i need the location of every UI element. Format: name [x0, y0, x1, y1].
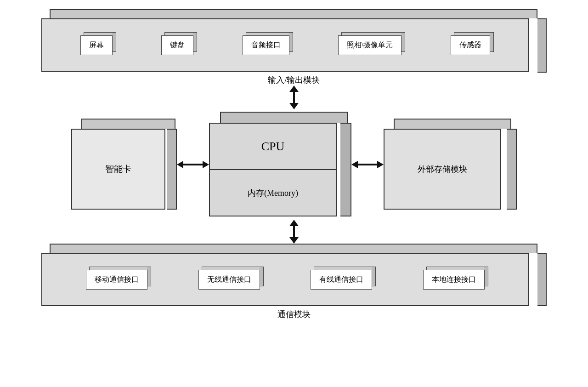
svg-marker-7 — [351, 161, 358, 168]
comm-top-face — [50, 244, 537, 253]
io-item-keyboard: 键盘 — [161, 35, 193, 55]
svg-marker-1 — [289, 85, 299, 92]
svg-marker-8 — [377, 161, 384, 168]
middle-row: 智能卡 CPU 内存(Memory) — [41, 109, 547, 220]
svg-marker-5 — [203, 161, 209, 168]
vertical-arrow2-svg — [283, 220, 305, 244]
cpu-side-face — [340, 123, 351, 216]
h-arrow-right-svg — [351, 156, 384, 173]
arrow-smart-cpu — [177, 156, 209, 173]
io-item-camera: 照相\摄像单元 — [338, 35, 401, 55]
svg-marker-11 — [289, 237, 299, 244]
comm-side-face — [537, 253, 547, 306]
io-item-sensor: 传感器 — [451, 35, 490, 55]
ext-storage-front: 外部存储模块 — [384, 129, 501, 210]
io-module-wrapper: 屏幕 键盘 音频接口 照相\摄像单元 — [41, 9, 547, 85]
comm-item-local: 本地连接接口 — [423, 270, 485, 290]
memory-label: 内存(Memory) — [210, 170, 336, 216]
io-top-face — [50, 9, 537, 18]
io-module: 屏幕 键盘 音频接口 照相\摄像单元 — [41, 9, 547, 73]
comm-front-face: 移动通信接口 无线通信接口 有线通信接口 本地连接接口 — [41, 253, 529, 306]
svg-marker-4 — [177, 161, 183, 168]
cpu-label: CPU — [210, 124, 336, 170]
diagram-container: 屏幕 键盘 音频接口 照相\摄像单元 — [0, 0, 588, 387]
smart-card-module: 智能卡 — [71, 119, 177, 211]
io-side-face — [537, 18, 547, 73]
smart-card-front: 智能卡 — [71, 129, 165, 210]
comm-item-wireless: 无线通信接口 — [198, 270, 260, 290]
io-item-screen: 屏幕 — [80, 35, 113, 55]
smart-card-side — [167, 129, 177, 210]
comm-item-mobile: 移动通信接口 — [86, 270, 147, 290]
arrow-io-cpu — [283, 85, 305, 109]
io-item-audio: 音频接口 — [243, 35, 289, 55]
h-arrow-left-svg — [177, 156, 209, 173]
cpu-top-face — [220, 112, 348, 123]
cpu-memory-module: CPU 内存(Memory) — [209, 112, 351, 217]
comm-item-wired: 有线通信接口 — [311, 270, 372, 290]
ext-storage-top — [394, 119, 511, 129]
svg-marker-2 — [289, 103, 299, 109]
io-module-label: 输入/输出模块 — [268, 74, 320, 85]
io-front-face: 屏幕 键盘 音频接口 照相\摄像单元 — [41, 18, 529, 72]
comm-module-label: 通信模块 — [277, 309, 311, 320]
svg-marker-10 — [289, 220, 299, 226]
vertical-arrow-svg — [283, 85, 305, 109]
ext-storage-module: 外部存储模块 — [384, 119, 517, 211]
comm-module: 移动通信接口 无线通信接口 有线通信接口 本地连接接口 — [41, 244, 547, 307]
ext-storage-side — [507, 129, 517, 210]
comm-module-wrapper: 移动通信接口 无线通信接口 有线通信接口 本地连接接口 — [41, 244, 547, 320]
arrow-cpu-comm — [283, 220, 305, 244]
arrow-cpu-storage — [351, 156, 384, 173]
smart-card-top — [81, 119, 175, 129]
cpu-front-face: CPU 内存(Memory) — [209, 123, 337, 216]
